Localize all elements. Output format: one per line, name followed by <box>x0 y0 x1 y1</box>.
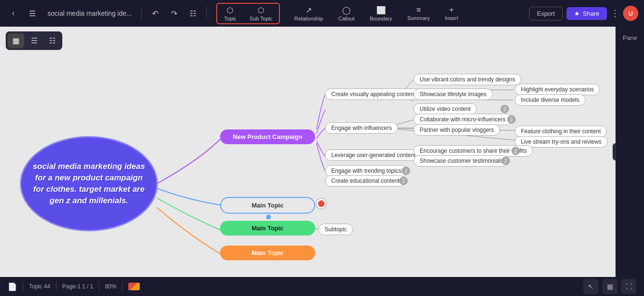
sub-visual-content-label: Create visually appealing content <box>331 91 415 98</box>
toolbar-tools-group: ⬡ Topic ⬡ Sub Topic <box>216 3 280 24</box>
topic-label: Topic <box>224 16 236 21</box>
sub-educational-label: Create educational content <box>331 178 399 184</box>
relationship-label: Relationship <box>294 16 323 21</box>
sub-trending-label: Engage with trending topics <box>331 168 401 174</box>
badge-trending: 2 <box>402 167 410 175</box>
topic-count: Topic 44 <box>29 283 50 290</box>
toolbar-right-tools: ↗ Relationship ◯ Callout ⬜ Boundary ≡ Su… <box>288 4 464 23</box>
sub-influencers-label: Engage with influencers <box>331 125 392 131</box>
undo-button[interactable]: ↶ <box>147 6 163 21</box>
bottom-bar: 📄 Topic 44 Page-1 1 / 1 80% ↖ ▦ ⛶ <box>0 277 644 296</box>
summary-icon: ≡ <box>416 6 421 14</box>
sub-diverse-models[interactable]: Include diverse models <box>515 94 586 106</box>
boundary-icon: ⬜ <box>376 6 386 15</box>
view-list-btn[interactable]: ☰ <box>26 33 42 48</box>
sub-educational[interactable]: Create educational content <box>325 175 405 187</box>
view-mindmap-btn[interactable]: ▦ <box>8 33 24 48</box>
view-toggle: ▦ ☰ ☷ <box>6 31 62 50</box>
template-button[interactable]: ☷ <box>185 6 201 21</box>
share-label: Share <box>583 10 599 17</box>
branch-main-1-label: Main Topic <box>252 202 284 209</box>
export-button[interactable]: Export <box>529 7 563 20</box>
branch-new-product[interactable]: New Product Campaign <box>220 129 315 144</box>
sub-lifestyle[interactable]: Showcase lifestyle images <box>413 89 493 100</box>
grid-button[interactable]: ⋮ <box>611 8 619 19</box>
redo-button[interactable]: ↷ <box>166 6 182 21</box>
central-node-text: social media marketing ideas for a new p… <box>29 161 148 206</box>
branch-main-1[interactable]: Main Topic <box>220 197 315 214</box>
sub-visual-content[interactable]: Create visually appealing content <box>325 89 422 100</box>
callout-label: Callout <box>338 16 355 21</box>
panel-label-text: Pane <box>623 34 637 41</box>
document-title: social media marketing ide... <box>48 10 132 17</box>
divider-bottom-3 <box>99 282 99 291</box>
divider-bottom-1 <box>23 282 23 291</box>
divider-bottom-2 <box>56 282 57 291</box>
toolbar: ‹ ☰ social media marketing ide... ↶ ↷ ☷ … <box>0 0 644 27</box>
sub-feature-clothing[interactable]: Feature clothing in their content <box>515 126 607 137</box>
boundary-tool[interactable]: ⬜ Boundary <box>363 4 399 23</box>
sub-micro[interactable]: Collaborate with micro-influencers <box>413 114 512 125</box>
divider-2 <box>206 6 207 20</box>
branch-main-2-label: Main Topic <box>252 225 284 232</box>
book-icon[interactable]: 📄 <box>8 282 17 291</box>
badge-micro: 2 <box>507 115 516 124</box>
sub-everyday[interactable]: Highlight everyday scenarios <box>515 84 600 95</box>
branch-new-product-label: New Product Campaign <box>233 133 302 140</box>
subtopic-icon: ⬡ <box>258 6 264 15</box>
summary-tool[interactable]: ≡ Summary <box>401 4 436 23</box>
fullscreen-button[interactable]: ⛶ <box>621 279 636 294</box>
view-outline-btn[interactable]: ☷ <box>44 33 60 48</box>
relationship-icon: ↗ <box>306 6 312 15</box>
panel-label-strip: Pane <box>615 27 644 277</box>
callout-icon: ◯ <box>342 6 351 15</box>
branch-main-3[interactable]: Main Topic <box>220 246 315 260</box>
relationship-tool[interactable]: ↗ Relationship <box>288 4 330 23</box>
share-icon: ★ <box>574 10 580 17</box>
subtopic-label: Sub Topic <box>250 16 272 21</box>
topic-tool[interactable]: ⬡ Topic <box>217 4 243 23</box>
callout-tool[interactable]: ◯ Callout <box>332 4 361 23</box>
zoom-level: 80% <box>105 283 116 290</box>
topic-icon: ⬡ <box>227 6 233 15</box>
canvas: social media marketing ideas for a new p… <box>0 27 644 277</box>
sub-vloggers[interactable]: Partner with popular vloggers <box>413 124 500 136</box>
toolbar-actions: Export ★ Share ⋮ U <box>529 6 638 21</box>
fit-icon[interactable]: ▦ <box>602 279 617 294</box>
expand-icon[interactable]: ↖ <box>583 279 598 294</box>
badge-video: 2 <box>500 105 509 113</box>
avatar: U <box>623 6 638 21</box>
sub-ugc[interactable]: Leverage user-generated content <box>325 149 422 161</box>
insert-icon: + <box>449 6 453 14</box>
insert-tool[interactable]: + Insert <box>438 4 465 23</box>
badge-educational: 2 <box>399 177 408 185</box>
sub-vibrant-colors[interactable]: Use vibrant colors and trendy designs <box>413 74 521 85</box>
back-button[interactable]: ‹ <box>6 6 21 21</box>
share-button[interactable]: ★ Share <box>567 7 607 20</box>
branch-main-3-label: Main Topic <box>252 249 284 257</box>
page-info: Page-1 1 / 1 <box>62 283 93 290</box>
branch-main-2[interactable]: Main Topic <box>220 221 315 236</box>
summary-label: Summary <box>407 15 430 21</box>
brand-logo <box>128 283 140 290</box>
central-node[interactable]: social media marketing ideas for a new p… <box>20 136 158 231</box>
badge-outfits: 2 <box>511 147 520 155</box>
sub-influencers[interactable]: Engage with influencers <box>325 122 398 134</box>
red-dot <box>317 199 326 208</box>
badge-testimonials: 2 <box>501 157 510 165</box>
sub-ugc-label: Leverage user-generated content <box>331 152 415 158</box>
sub-video[interactable]: Utilize video content <box>413 103 477 115</box>
subtopic-tool[interactable]: ⬡ Sub Topic <box>243 4 279 23</box>
sub-testimonials[interactable]: Showcase customer testimonials <box>413 155 509 167</box>
toolbar-left: ‹ ☰ social media marketing ide... ↶ ↷ ☷ <box>6 6 209 21</box>
boundary-label: Boundary <box>370 16 392 21</box>
divider-1 <box>141 6 142 20</box>
blue-dot <box>266 215 271 219</box>
sub-main2-child[interactable]: Subtopic <box>318 224 353 235</box>
menu-button[interactable]: ☰ <box>25 6 40 21</box>
insert-label: Insert <box>445 15 458 21</box>
divider-bottom-4 <box>122 282 123 291</box>
bottom-right-actions: ↖ ▦ ⛶ <box>583 279 636 294</box>
